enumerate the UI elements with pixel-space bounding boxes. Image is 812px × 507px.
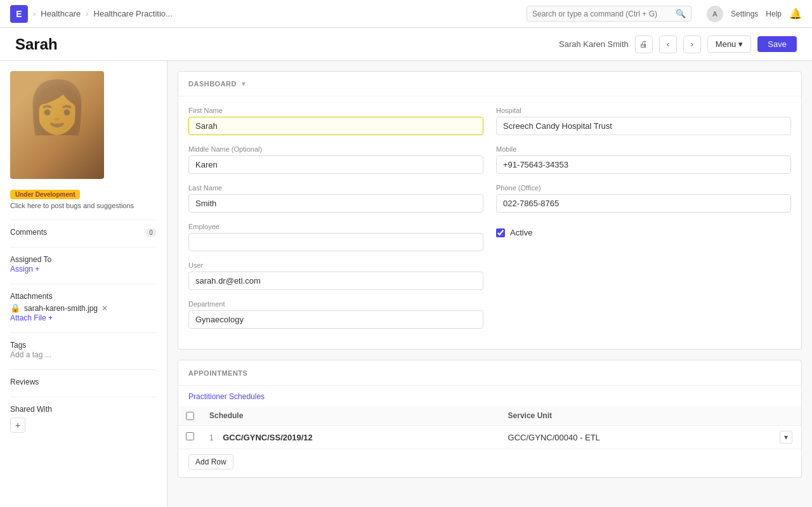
hospital-field: Hospital xyxy=(496,107,791,135)
shared-with-header: Shared With xyxy=(10,405,157,414)
assigned-to-label: Assigned To xyxy=(10,255,51,264)
phone-input[interactable] xyxy=(496,194,791,213)
dashboard-label: DASHBOARD xyxy=(188,80,237,88)
row-checkbox-cell xyxy=(178,426,202,449)
attachments-label: Attachments xyxy=(10,292,53,301)
phone-label: Phone (Office) xyxy=(496,184,791,192)
department-label: Department xyxy=(188,300,483,308)
prev-record-button[interactable]: ‹ xyxy=(659,36,677,53)
user-label: User xyxy=(188,261,483,269)
mobile-label: Mobile xyxy=(496,145,791,153)
nav-right-controls: A Settings Help 🔔 xyxy=(707,6,802,22)
active-field: Active xyxy=(496,223,791,251)
schedules-table: Schedule Service Unit 1 xyxy=(178,406,801,449)
settings-button[interactable]: Settings xyxy=(731,10,758,18)
appointments-section: APPOINTMENTS Practitioner Schedules Sche… xyxy=(178,360,802,478)
dashboard-section-header[interactable]: DASHBOARD ▾ xyxy=(178,72,801,96)
col-header-service-unit: Service Unit xyxy=(501,406,771,426)
mobile-field: Mobile xyxy=(496,145,791,174)
form-row-employee-active: Employee Active xyxy=(188,223,791,251)
record-name: Sarah Karen Smith xyxy=(559,39,629,49)
search-input[interactable] xyxy=(532,10,673,18)
under-development-badge: Under Development xyxy=(10,190,80,199)
attachments-section: Attachments 🔒 sarah-karen-smith.jpg ✕ At… xyxy=(10,284,157,322)
search-icon: 🔍 xyxy=(676,9,686,18)
middle-name-field: Middle Name (Optional) xyxy=(188,145,483,174)
dev-badge-section: Under Development Click here to post bug… xyxy=(10,189,157,209)
attachment-filename[interactable]: sarah-karen-smith.jpg xyxy=(24,304,98,313)
schedules-table-header-row: Schedule Service Unit xyxy=(178,406,801,426)
form-row-name: First Name Hospital xyxy=(188,107,791,135)
dashboard-section: DASHBOARD ▾ First Name Hospital xyxy=(178,71,802,350)
breadcrumb-healthcare[interactable]: Healthcare xyxy=(41,9,81,18)
hospital-input[interactable] xyxy=(496,117,791,135)
assigned-to-header: Assigned To xyxy=(10,255,157,264)
select-all-checkbox[interactable] xyxy=(186,412,194,420)
last-name-label: Last Name xyxy=(188,184,483,192)
breadcrumb-sep-2: › xyxy=(86,9,88,18)
form-row-department: Department xyxy=(188,300,791,329)
dashboard-body: First Name Hospital Middle Name (Optiona… xyxy=(178,96,801,349)
user-field: User xyxy=(188,261,483,290)
table-row: 1 GCC/GYNC/SS/2019/12 GCC/GYNC/00040 - E… xyxy=(178,426,801,449)
phone-field: Phone (Office) xyxy=(496,184,791,213)
employee-input[interactable] xyxy=(188,233,483,251)
form-row-user: User xyxy=(188,261,791,290)
main-layout: Under Development Click here to post bug… xyxy=(0,61,812,507)
form-row-last-phone: Last Name Phone (Office) xyxy=(188,184,791,213)
first-name-input[interactable] xyxy=(188,117,483,135)
breadcrumb-practitioner[interactable]: Healthcare Practitio... xyxy=(94,9,173,18)
active-label: Active xyxy=(510,228,532,237)
dashboard-chevron-icon: ▾ xyxy=(242,79,246,88)
comments-count: 0 xyxy=(145,228,157,237)
row-select-checkbox[interactable] xyxy=(186,432,194,440)
mobile-input[interactable] xyxy=(496,155,791,174)
appointments-label: APPOINTMENTS xyxy=(188,369,247,377)
shared-with-section: Shared With + xyxy=(10,397,157,433)
save-button[interactable]: Save xyxy=(757,36,797,52)
employee-label: Employee xyxy=(188,223,483,230)
employee-field: Employee xyxy=(188,223,483,251)
appointments-header: APPOINTMENTS xyxy=(178,360,801,386)
header-actions: Sarah Karen Smith 🖨 ‹ › Menu ▾ Save xyxy=(559,36,797,53)
sidebar: Under Development Click here to post bug… xyxy=(0,61,167,507)
tags-section: Tags Add a tag ... xyxy=(10,333,157,359)
last-name-input[interactable] xyxy=(188,194,483,213)
tags-label: Tags xyxy=(10,341,26,350)
user-input[interactable] xyxy=(188,272,483,290)
main-content: DASHBOARD ▾ First Name Hospital xyxy=(167,61,812,507)
hospital-label: Hospital xyxy=(496,107,791,114)
active-checkbox[interactable] xyxy=(496,228,505,237)
reviews-header: Reviews xyxy=(10,378,157,386)
department-right-spacer xyxy=(496,300,791,329)
add-row-button[interactable]: Add Row xyxy=(188,454,233,470)
first-name-label: First Name xyxy=(188,107,483,114)
department-input[interactable] xyxy=(188,310,483,329)
print-button[interactable]: 🖨 xyxy=(635,36,653,53)
search-bar[interactable]: 🔍 xyxy=(527,6,691,22)
attachment-remove-icon[interactable]: ✕ xyxy=(102,304,108,313)
shared-with-add-button[interactable]: + xyxy=(10,418,25,433)
app-logo[interactable]: E xyxy=(10,5,28,23)
assign-link[interactable]: Assign + xyxy=(10,265,39,273)
attachment-item: 🔒 sarah-karen-smith.jpg ✕ xyxy=(10,303,157,313)
schedules-table-body: 1 GCC/GYNC/SS/2019/12 GCC/GYNC/00040 - E… xyxy=(178,426,801,449)
menu-button[interactable]: Menu ▾ xyxy=(707,36,752,53)
row-dropdown-button[interactable]: ▾ xyxy=(780,431,792,444)
row-num-cell: 1 GCC/GYNC/SS/2019/12 xyxy=(202,426,501,449)
reviews-section: Reviews xyxy=(10,369,157,386)
assigned-to-section: Assigned To Assign + xyxy=(10,247,157,273)
comments-label: Comments xyxy=(10,228,47,237)
col-header-actions xyxy=(771,406,801,426)
menu-chevron-icon: ▾ xyxy=(738,39,743,49)
notifications-bell-icon[interactable]: 🔔 xyxy=(789,8,802,20)
active-checkbox-row: Active xyxy=(496,228,791,237)
help-button[interactable]: Help xyxy=(766,10,782,18)
attach-file-button[interactable]: Attach File + xyxy=(10,313,53,322)
next-record-button[interactable]: › xyxy=(683,36,701,53)
middle-name-input[interactable] xyxy=(188,155,483,174)
bug-report-link[interactable]: Click here to post bugs and suggestions xyxy=(10,202,157,209)
add-tag-link[interactable]: Add a tag ... xyxy=(10,350,51,359)
practitioner-schedules-link[interactable]: Practitioner Schedules xyxy=(178,386,801,401)
breadcrumb-sep-1: › xyxy=(33,9,36,18)
